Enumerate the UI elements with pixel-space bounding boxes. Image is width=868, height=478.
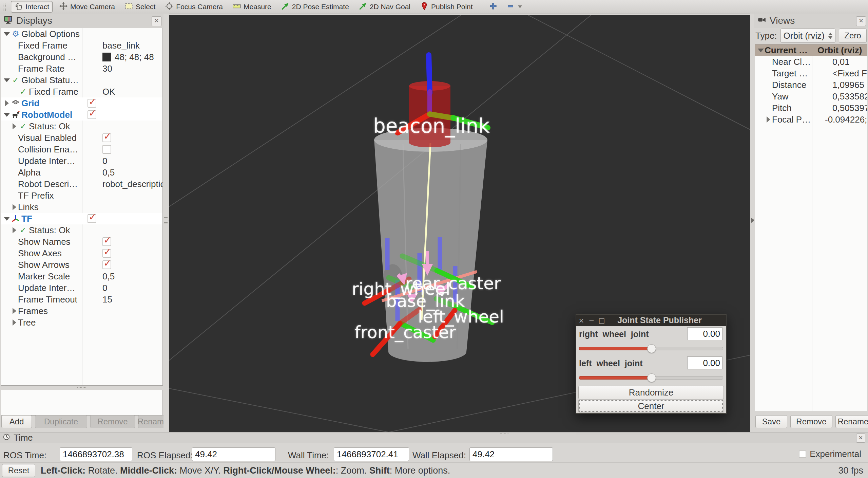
expand-arrow-icon[interactable] [757,49,765,52]
interact-tool-button[interactable]: Interact [11,1,53,13]
add-tool-button[interactable] [486,1,500,12]
views-row-pitch[interactable]: Pitch0,505397 [755,102,867,114]
displays-checkbox-tf[interactable] [88,214,96,223]
displays-checkbox-show-axes[interactable] [102,249,111,258]
displays-row-marker-scale[interactable]: Marker Scale0,5 [1,271,162,282]
experimental-checkbox[interactable] [799,451,806,458]
joint-value-input[interactable] [687,327,722,340]
displays-row-tf[interactable]: TF [1,213,162,224]
displays-add-button[interactable]: Add [1,415,32,428]
displays-row-show-names[interactable]: Show Names [1,236,162,247]
nav-goal-tool-button[interactable]: 2D Nav Goal [355,1,413,12]
joint-slider[interactable] [579,373,723,382]
views-row-target[interactable]: Target …<Fixed Fra… [755,68,867,79]
pose-estimate-tool-button[interactable]: 2D Pose Estimate [278,1,352,12]
experimental-toggle[interactable]: Experimental [799,449,861,459]
views-row-near-cl[interactable]: Near Cl…0,01 [755,56,867,68]
expand-arrow-icon[interactable] [3,32,11,36]
displays-row-show-axes[interactable]: Show Axes [1,247,162,259]
center-button[interactable]: Center [578,399,724,413]
expand-arrow-icon[interactable] [11,123,18,129]
expand-arrow-icon[interactable] [3,113,11,117]
displays-splitter-handle[interactable] [1,386,163,389]
views-close-icon[interactable]: ✕ [856,16,866,26]
views-remove-button[interactable]: Remove [790,415,832,428]
displays-row-links[interactable]: Links [1,201,162,213]
displays-row-robotmodel[interactable]: RobotModel [1,109,162,121]
displays-checkbox-robotmodel[interactable] [88,110,96,119]
displays-checkbox-collision-ena[interactable] [102,145,111,154]
spinner-arrows-icon[interactable] [828,33,832,39]
expand-arrow-icon[interactable] [11,319,18,326]
time-close-icon[interactable]: ✕ [856,434,865,443]
color-swatch[interactable] [102,53,111,61]
displays-row-fixed-frame[interactable]: ✓Fixed FrameOK [1,86,162,97]
displays-row-fixed-frame[interactable]: Fixed Framebase_link [1,40,162,51]
displays-row-frames[interactable]: Frames [1,305,162,317]
views-row-focal-p[interactable]: Focal P…-0.094226;… [755,114,867,125]
reset-button[interactable]: Reset [2,464,35,477]
expand-arrow-icon[interactable] [765,116,772,123]
displays-row-visual-enabled[interactable]: Visual Enabled [1,132,162,144]
jsp-title-bar[interactable]: × − □ Joint State Publisher [576,315,726,326]
wall-elapsed-input[interactable] [469,447,553,461]
toolbar-drag-handle[interactable] [3,3,6,11]
views-row-distance[interactable]: Distance1,09965 [755,79,867,91]
expand-arrow-icon[interactable] [3,100,11,106]
displays-row-alpha[interactable]: Alpha0,5 [1,167,162,178]
displays-row-frame-timeout[interactable]: Frame Timeout15 [1,294,162,305]
slider-handle[interactable] [647,373,656,382]
displays-row-global-statu[interactable]: ✓Global Statu… [1,74,162,86]
wall-time-input[interactable] [334,447,409,461]
move-camera-tool-button[interactable]: Move Camera [56,1,118,12]
displays-checkbox-visual-enabled[interactable] [102,133,111,142]
expand-arrow-icon[interactable] [11,308,18,314]
ros-elapsed-input[interactable] [192,447,275,461]
randomize-button[interactable]: Randomize [578,386,724,399]
zero-view-button[interactable]: Zero [839,29,867,43]
displays-checkbox-grid[interactable] [88,99,96,108]
remove-tool-button[interactable] [504,1,525,12]
joint-state-publisher-window[interactable]: × − □ Joint State Publisher right_wheel_… [576,314,727,414]
window-close-icon[interactable]: × [576,316,586,325]
joint-slider[interactable] [579,344,723,352]
right-splitter[interactable] [750,14,754,432]
window-restore-icon[interactable]: □ [597,316,607,325]
ros-time-input[interactable] [60,447,132,461]
displays-row-tree[interactable]: Tree [1,317,162,328]
expand-arrow-icon[interactable] [11,227,18,233]
displays-row-show-arrows[interactable]: Show Arrows [1,259,162,271]
time-splitter-grip[interactable] [500,434,508,434]
left-splitter[interactable] [163,14,169,432]
joint-value-input[interactable] [687,356,722,369]
displays-row-tf-prefix[interactable]: TF Prefix [1,190,162,201]
views-row-current[interactable]: Current …Orbit (rviz) [755,44,867,56]
displays-checkbox-show-arrows[interactable] [102,260,111,269]
expand-arrow-icon[interactable] [11,204,18,210]
tool-options-caret-icon[interactable] [518,5,522,8]
displays-row-status-ok[interactable]: ✓Status: Ok [1,224,162,236]
time-panel-header[interactable]: Time ✕ [0,433,868,443]
displays-row-global-options[interactable]: ⚙Global Options [1,28,162,40]
displays-checkbox-show-names[interactable] [102,237,111,246]
displays-row-status-ok[interactable]: ✓Status: Ok [1,121,162,132]
select-tool-button[interactable]: Select [121,1,158,12]
focus-camera-tool-button[interactable]: Focus Camera [162,1,226,12]
expand-arrow-icon[interactable] [3,78,11,82]
displays-panel-header[interactable]: Displays ✕ [0,14,163,28]
views-save-button[interactable]: Save [755,415,787,428]
views-panel-header[interactable]: Views ✕ [754,14,868,28]
displays-row-frame-rate[interactable]: Frame Rate30 [1,63,162,74]
displays-row-grid[interactable]: Grid [1,97,162,109]
displays-row-collision-ena[interactable]: Collision Ena… [1,144,162,155]
displays-row-background[interactable]: Background …48; 48; 48 [1,51,162,63]
slider-handle[interactable] [647,344,656,353]
view-type-combobox[interactable]: Orbit (rviz) [780,29,835,43]
displays-row-update-inter[interactable]: Update Inter…0 [1,282,162,294]
displays-row-update-inter[interactable]: Update Inter…0 [1,155,162,167]
displays-row-robot-descri[interactable]: Robot Descri…robot_description [1,178,162,190]
expand-arrow-icon[interactable] [3,217,11,221]
publish-point-tool-button[interactable]: Publish Point [417,1,476,12]
views-rename-button[interactable]: Rename [835,415,868,428]
views-row-yaw[interactable]: Yaw0,533582 [755,91,867,102]
